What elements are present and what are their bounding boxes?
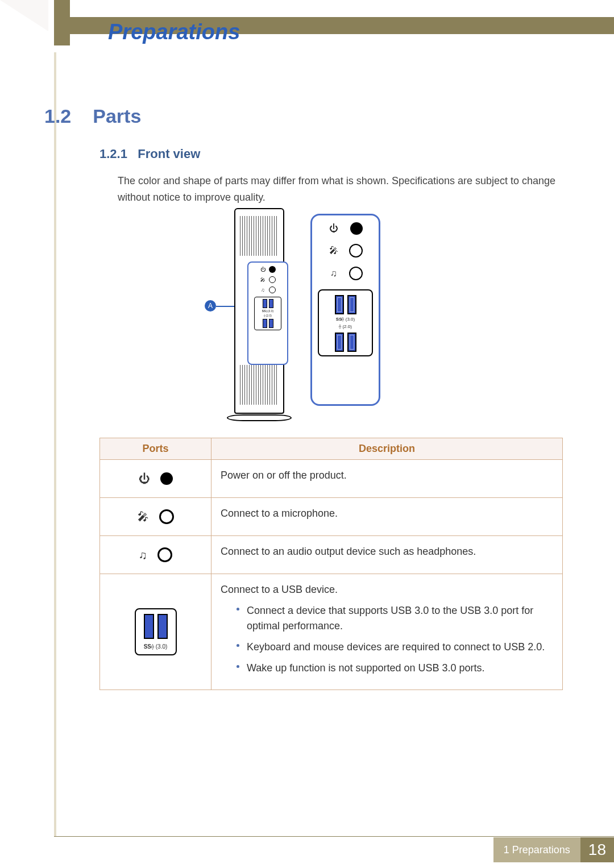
table-row: ♫ Connect to an audio output device such… — [100, 536, 563, 574]
chapter-title: Preparations — [108, 20, 240, 44]
usb20-mini-label: ⟠ (2.0) — [264, 314, 272, 317]
power-button-icon — [160, 472, 173, 485]
usb-notes-list: Connect a device that supports USB 3.0 t… — [237, 603, 553, 676]
description-header: Description — [211, 438, 563, 460]
zoom-callout-panel: ⏻ 🎤︎ ♫ SS⟠ (3.0) ⟠ (2.0) — [310, 214, 380, 406]
headphone-jack-icon — [157, 547, 172, 562]
page-footer: 1 Preparations 18 — [493, 837, 614, 862]
section-title: Parts — [93, 105, 141, 127]
front-view-diagram: ⏻ 🎤︎ ♫ SS⟠ (3.0) ⟠ (2.0) A ⏻ 🎤︎ ♫ SS⟠ (3… — [205, 205, 392, 429]
table-row: SS⟠ (3.0) Connect to a USB device. Conne… — [100, 574, 563, 690]
mic-icon: 🎤︎ — [260, 277, 265, 283]
section-number: 1.2 — [44, 105, 71, 127]
usb-block-icon: SS⟠ (3.0) — [135, 608, 177, 655]
device-stand — [227, 414, 292, 421]
footer-chapter-ref: 1 Preparations — [493, 837, 580, 862]
headphone-jack-icon — [269, 286, 276, 293]
usb30-label: (3.0) — [156, 643, 168, 650]
usb-ss-label: SS — [336, 317, 342, 322]
list-item: Connect a device that supports USB 3.0 t… — [237, 603, 553, 634]
power-button-icon — [350, 222, 363, 235]
subsection-heading: 1.2.1 Front view — [99, 147, 200, 161]
mic-jack-icon — [269, 276, 276, 283]
table-row: 🎤︎ Connect to a microphone. — [100, 498, 563, 536]
table-header-row: Ports Description — [100, 438, 563, 460]
footer-page-number: 18 — [580, 837, 614, 862]
headphone-icon: ♫ — [139, 546, 147, 563]
power-icon: ⏻ — [139, 470, 150, 487]
headphone-icon: ♫ — [328, 268, 339, 279]
mic-icon: 🎤︎ — [328, 246, 339, 256]
usb-ss-label: SS — [144, 643, 151, 650]
footer-divider — [54, 836, 614, 837]
ports-header: Ports — [100, 438, 211, 460]
power-icon: ⏻ — [260, 267, 265, 272]
port-icon-cell: ⏻ — [100, 460, 211, 498]
power-icon: ⏻ — [328, 223, 339, 234]
power-button-icon — [269, 266, 276, 273]
mic-jack-icon — [159, 509, 174, 524]
mic-jack-icon — [349, 244, 363, 258]
headphone-jack-icon — [349, 267, 363, 280]
headphone-icon: ♫ — [260, 287, 265, 293]
device-front-panel: ⏻ 🎤︎ ♫ SS⟠ (3.0) ⟠ (2.0) — [247, 261, 288, 365]
mic-icon: 🎤︎ — [138, 508, 149, 525]
section-heading: 1.2 Parts — [44, 105, 141, 127]
ports-table: Ports Description ⏻ Power on or off the … — [99, 438, 563, 690]
usb30-mini-label: SS⟠ (3.0) — [262, 309, 273, 313]
device-body: ⏻ 🎤︎ ♫ SS⟠ (3.0) ⟠ (2.0) — [234, 208, 284, 414]
device-outline: ⏻ 🎤︎ ♫ SS⟠ (3.0) ⟠ (2.0) — [227, 208, 292, 421]
callout-badge-a: A — [205, 300, 216, 312]
port-icon-cell: 🎤︎ — [100, 498, 211, 536]
subsection-number: 1.2.1 — [99, 147, 127, 161]
list-item: Wake up function is not supported on USB… — [237, 661, 553, 676]
port-description: Connect to a microphone. — [211, 498, 563, 536]
note-text: The color and shape of parts may differ … — [118, 173, 563, 206]
port-description: Connect to a USB device. Connect a devic… — [211, 574, 563, 690]
port-icon-cell: ♫ — [100, 536, 211, 574]
usb-block-icon: SS⟠ (3.0) ⟠ (2.0) — [318, 289, 373, 356]
subsection-title: Front view — [138, 147, 200, 161]
usb20-label: (2.0) — [342, 324, 351, 329]
usb-block-icon: SS⟠ (3.0) ⟠ (2.0) — [254, 297, 281, 330]
callout-leader-line — [216, 306, 234, 307]
usb30-label: (3.0) — [346, 317, 355, 322]
usb-description-text: Connect to a USB device. — [221, 584, 338, 595]
table-row: ⏻ Power on or off the product. — [100, 460, 563, 498]
port-description: Connect to an audio output device such a… — [211, 536, 563, 574]
port-icon-cell: SS⟠ (3.0) — [100, 574, 211, 690]
left-margin-stripe — [54, 52, 56, 836]
header-tab — [54, 0, 70, 45]
list-item: Keyboard and mouse devices are required … — [237, 639, 553, 655]
header-decor-triangle — [0, 0, 48, 31]
port-description: Power on or off the product. — [211, 460, 563, 498]
